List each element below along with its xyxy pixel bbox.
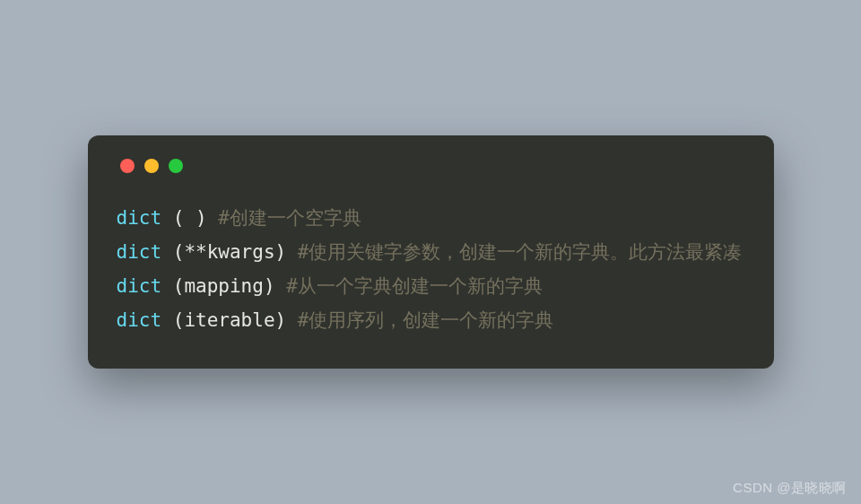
code-line: dict (mapping) #从一个字典创建一个新的字典: [117, 270, 745, 304]
code-window: dict ( ) #创建一个空字典 dict (**kwargs) #使用关键字…: [88, 135, 774, 368]
code-keyword: dict: [117, 309, 162, 331]
window-controls: [120, 159, 745, 173]
code-block: dict ( ) #创建一个空字典 dict (**kwargs) #使用关键字…: [117, 202, 745, 337]
code-arg: mapping: [184, 275, 264, 297]
code-comment: #使用关键字参数，创建一个新的字典。此方法最紧凑: [298, 241, 743, 263]
code-paren: ): [275, 241, 298, 263]
code-paren: ): [196, 207, 218, 229]
code-arg: **kwargs: [184, 241, 274, 263]
code-keyword: dict: [117, 275, 162, 297]
code-keyword: dict: [117, 207, 162, 229]
code-paren: (: [161, 309, 184, 331]
close-icon[interactable]: [120, 159, 135, 173]
code-paren: (: [161, 207, 196, 229]
code-paren: ): [264, 275, 286, 297]
maximize-icon[interactable]: [169, 159, 183, 173]
minimize-icon[interactable]: [144, 159, 159, 173]
code-line: dict (iterable) #使用序列，创建一个新的字典: [117, 304, 745, 338]
code-line: dict ( ) #创建一个空字典: [117, 202, 745, 236]
code-comment: #从一个字典创建一个新的字典: [286, 275, 543, 297]
code-paren: ): [275, 309, 298, 331]
code-arg: iterable: [184, 309, 274, 331]
code-paren: (: [161, 241, 184, 263]
watermark: CSDN @是晓晓啊: [733, 480, 847, 497]
code-paren: (: [161, 275, 184, 297]
code-line: dict (**kwargs) #使用关键字参数，创建一个新的字典。此方法最紧凑: [117, 236, 745, 270]
code-comment: #使用序列，创建一个新的字典: [298, 309, 554, 331]
code-keyword: dict: [117, 241, 162, 263]
code-comment: #创建一个空字典: [218, 207, 361, 229]
